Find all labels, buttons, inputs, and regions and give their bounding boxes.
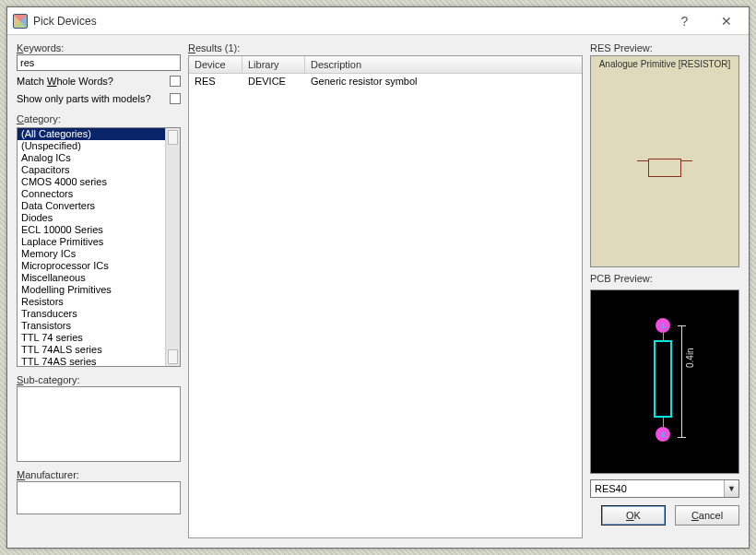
window-title: Pick Devices xyxy=(33,15,664,28)
category-item[interactable]: CMOS 4000 series xyxy=(18,176,165,188)
col-description[interactable]: Description xyxy=(305,56,582,73)
keywords-label: Keywords: xyxy=(17,42,181,54)
category-item[interactable]: Capacitors xyxy=(18,164,165,176)
res-preview: Analogue Primitive [RESISTOR] xyxy=(590,55,739,267)
match-whole-checkbox[interactable] xyxy=(170,76,181,87)
res-preview-label: RES Preview: xyxy=(590,42,739,55)
manufacturer-label: Manufacturer: xyxy=(17,469,181,481)
subcategory-list[interactable] xyxy=(17,386,181,462)
category-item[interactable]: Laplace Primitives xyxy=(18,236,165,248)
preview-panel: RES Preview: Analogue Primitive [RESISTO… xyxy=(590,42,739,538)
cancel-button[interactable]: Cancel xyxy=(675,505,739,525)
category-item[interactable]: Data Converters xyxy=(18,200,165,212)
results-panel: Results (1): Device Library Description … xyxy=(188,42,583,538)
category-item[interactable]: Analog ICs xyxy=(18,152,165,164)
footprint-selected: RES40 xyxy=(595,483,627,494)
left-panel: Keywords: Match Whole Words? Show only p… xyxy=(17,42,181,538)
subcategory-label: Sub-category: xyxy=(17,374,181,386)
category-item[interactable]: Transistors xyxy=(18,320,165,332)
category-scrollbar[interactable] xyxy=(165,128,180,366)
category-item[interactable]: Miscellaneous xyxy=(18,272,165,284)
close-button[interactable]: ✕ xyxy=(705,8,747,34)
category-list[interactable]: (All Categories)(Unspecified)Analog ICsC… xyxy=(17,127,181,367)
category-item[interactable]: (Unspecified) xyxy=(18,140,165,152)
category-item[interactable]: Microprocessor ICs xyxy=(18,260,165,272)
col-library[interactable]: Library xyxy=(242,56,305,73)
category-item[interactable]: Modelling Primitives xyxy=(18,284,165,296)
pick-devices-dialog: Pick Devices ? ✕ Keywords: Match Whole W… xyxy=(6,6,750,549)
resistor-symbol xyxy=(639,159,691,164)
show-models-checkbox[interactable] xyxy=(170,93,181,104)
category-item[interactable]: TTL 74ALS series xyxy=(18,344,165,356)
category-item[interactable]: TTL 74 series xyxy=(18,332,165,344)
pcb-pad-2: 2 xyxy=(656,427,670,442)
manufacturer-list[interactable] xyxy=(17,481,181,514)
show-models-row: Show only parts with models? xyxy=(17,91,181,106)
col-device[interactable]: Device xyxy=(189,56,242,73)
footprint-dropdown[interactable]: RES40 ▼ xyxy=(590,479,739,498)
category-item[interactable]: ECL 10000 Series xyxy=(18,224,165,236)
results-grid[interactable]: Device Library Description RESDEVICEGene… xyxy=(188,55,583,538)
pcb-body xyxy=(654,340,672,418)
match-whole-row: Match Whole Words? xyxy=(17,74,181,89)
category-item[interactable]: TTL 74AS series xyxy=(18,356,165,366)
dropdown-icon[interactable]: ▼ xyxy=(724,480,738,497)
category-item[interactable]: Resistors xyxy=(18,296,165,308)
button-row: OK Cancel xyxy=(590,505,739,525)
pcb-preview-label: PCB Preview: xyxy=(590,273,739,286)
pcb-dimension: 0.4in xyxy=(685,348,695,368)
pcb-pad-1: 1 xyxy=(656,318,670,333)
category-item[interactable]: Memory ICs xyxy=(18,248,165,260)
ok-button[interactable]: OK xyxy=(601,505,666,525)
results-label: Results (1): xyxy=(188,42,583,55)
category-item[interactable]: Diodes xyxy=(18,212,165,224)
dialog-body: Keywords: Match Whole Words? Show only p… xyxy=(7,35,749,548)
grid-header: Device Library Description xyxy=(189,56,582,74)
keywords-input[interactable] xyxy=(17,54,181,71)
app-icon xyxy=(13,14,28,29)
help-button[interactable]: ? xyxy=(664,8,705,34)
category-item[interactable]: Transducers xyxy=(18,308,165,320)
title-bar: Pick Devices ? ✕ xyxy=(7,7,749,35)
category-item[interactable]: Connectors xyxy=(18,188,165,200)
category-item[interactable]: (All Categories) xyxy=(18,128,165,140)
table-row[interactable]: RESDEVICEGeneric resistor symbol xyxy=(189,74,582,89)
pcb-preview: 1 2 0.4in xyxy=(590,289,739,474)
category-label: Category: xyxy=(17,113,181,125)
res-preview-title: Analogue Primitive [RESISTOR] xyxy=(591,56,738,69)
